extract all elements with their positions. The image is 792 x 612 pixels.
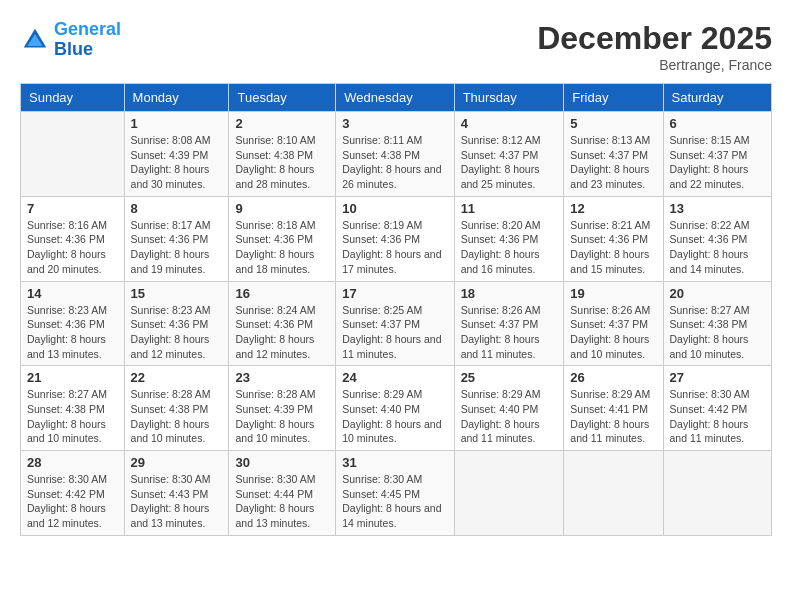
day-cell: 17Sunrise: 8:25 AMSunset: 4:37 PMDayligh…: [336, 281, 454, 366]
header-cell-friday: Friday: [564, 84, 663, 112]
day-cell: [564, 451, 663, 536]
header-cell-sunday: Sunday: [21, 84, 125, 112]
day-cell: [21, 112, 125, 197]
day-number: 1: [131, 116, 223, 131]
day-cell: 25Sunrise: 8:29 AMSunset: 4:40 PMDayligh…: [454, 366, 564, 451]
day-cell: 16Sunrise: 8:24 AMSunset: 4:36 PMDayligh…: [229, 281, 336, 366]
day-info: Sunrise: 8:29 AMSunset: 4:40 PMDaylight:…: [342, 387, 447, 446]
day-cell: 1Sunrise: 8:08 AMSunset: 4:39 PMDaylight…: [124, 112, 229, 197]
day-number: 4: [461, 116, 558, 131]
day-cell: [454, 451, 564, 536]
day-info: Sunrise: 8:28 AMSunset: 4:39 PMDaylight:…: [235, 387, 329, 446]
day-info: Sunrise: 8:16 AMSunset: 4:36 PMDaylight:…: [27, 218, 118, 277]
day-info: Sunrise: 8:25 AMSunset: 4:37 PMDaylight:…: [342, 303, 447, 362]
week-row-5: 28Sunrise: 8:30 AMSunset: 4:42 PMDayligh…: [21, 451, 772, 536]
week-row-2: 7Sunrise: 8:16 AMSunset: 4:36 PMDaylight…: [21, 196, 772, 281]
day-info: Sunrise: 8:24 AMSunset: 4:36 PMDaylight:…: [235, 303, 329, 362]
day-number: 10: [342, 201, 447, 216]
day-number: 23: [235, 370, 329, 385]
day-cell: 23Sunrise: 8:28 AMSunset: 4:39 PMDayligh…: [229, 366, 336, 451]
day-number: 27: [670, 370, 765, 385]
logo: General Blue: [20, 20, 121, 60]
day-number: 6: [670, 116, 765, 131]
day-info: Sunrise: 8:29 AMSunset: 4:41 PMDaylight:…: [570, 387, 656, 446]
day-info: Sunrise: 8:17 AMSunset: 4:36 PMDaylight:…: [131, 218, 223, 277]
logo-text: General Blue: [54, 20, 121, 60]
day-number: 19: [570, 286, 656, 301]
day-cell: 20Sunrise: 8:27 AMSunset: 4:38 PMDayligh…: [663, 281, 771, 366]
logo-line1: General: [54, 19, 121, 39]
header-cell-thursday: Thursday: [454, 84, 564, 112]
day-number: 20: [670, 286, 765, 301]
week-row-3: 14Sunrise: 8:23 AMSunset: 4:36 PMDayligh…: [21, 281, 772, 366]
logo-line2: Blue: [54, 39, 93, 59]
day-cell: 3Sunrise: 8:11 AMSunset: 4:38 PMDaylight…: [336, 112, 454, 197]
day-number: 28: [27, 455, 118, 470]
day-number: 30: [235, 455, 329, 470]
day-cell: 31Sunrise: 8:30 AMSunset: 4:45 PMDayligh…: [336, 451, 454, 536]
day-number: 9: [235, 201, 329, 216]
day-cell: 2Sunrise: 8:10 AMSunset: 4:38 PMDaylight…: [229, 112, 336, 197]
day-cell: 11Sunrise: 8:20 AMSunset: 4:36 PMDayligh…: [454, 196, 564, 281]
day-number: 5: [570, 116, 656, 131]
day-number: 12: [570, 201, 656, 216]
calendar-table: SundayMondayTuesdayWednesdayThursdayFrid…: [20, 83, 772, 536]
day-number: 24: [342, 370, 447, 385]
day-info: Sunrise: 8:10 AMSunset: 4:38 PMDaylight:…: [235, 133, 329, 192]
week-row-4: 21Sunrise: 8:27 AMSunset: 4:38 PMDayligh…: [21, 366, 772, 451]
header-row: SundayMondayTuesdayWednesdayThursdayFrid…: [21, 84, 772, 112]
week-row-1: 1Sunrise: 8:08 AMSunset: 4:39 PMDaylight…: [21, 112, 772, 197]
day-number: 14: [27, 286, 118, 301]
day-number: 22: [131, 370, 223, 385]
day-cell: 22Sunrise: 8:28 AMSunset: 4:38 PMDayligh…: [124, 366, 229, 451]
day-info: Sunrise: 8:22 AMSunset: 4:36 PMDaylight:…: [670, 218, 765, 277]
day-info: Sunrise: 8:27 AMSunset: 4:38 PMDaylight:…: [670, 303, 765, 362]
day-info: Sunrise: 8:30 AMSunset: 4:44 PMDaylight:…: [235, 472, 329, 531]
day-info: Sunrise: 8:11 AMSunset: 4:38 PMDaylight:…: [342, 133, 447, 192]
day-cell: 30Sunrise: 8:30 AMSunset: 4:44 PMDayligh…: [229, 451, 336, 536]
day-number: 29: [131, 455, 223, 470]
calendar-body: 1Sunrise: 8:08 AMSunset: 4:39 PMDaylight…: [21, 112, 772, 536]
day-cell: 18Sunrise: 8:26 AMSunset: 4:37 PMDayligh…: [454, 281, 564, 366]
day-number: 31: [342, 455, 447, 470]
day-info: Sunrise: 8:15 AMSunset: 4:37 PMDaylight:…: [670, 133, 765, 192]
day-number: 2: [235, 116, 329, 131]
day-info: Sunrise: 8:26 AMSunset: 4:37 PMDaylight:…: [570, 303, 656, 362]
day-info: Sunrise: 8:23 AMSunset: 4:36 PMDaylight:…: [27, 303, 118, 362]
day-cell: 13Sunrise: 8:22 AMSunset: 4:36 PMDayligh…: [663, 196, 771, 281]
day-number: 11: [461, 201, 558, 216]
header-cell-tuesday: Tuesday: [229, 84, 336, 112]
logo-icon: [20, 25, 50, 55]
day-cell: 21Sunrise: 8:27 AMSunset: 4:38 PMDayligh…: [21, 366, 125, 451]
day-cell: 4Sunrise: 8:12 AMSunset: 4:37 PMDaylight…: [454, 112, 564, 197]
day-cell: 6Sunrise: 8:15 AMSunset: 4:37 PMDaylight…: [663, 112, 771, 197]
day-cell: 15Sunrise: 8:23 AMSunset: 4:36 PMDayligh…: [124, 281, 229, 366]
day-cell: 12Sunrise: 8:21 AMSunset: 4:36 PMDayligh…: [564, 196, 663, 281]
day-info: Sunrise: 8:08 AMSunset: 4:39 PMDaylight:…: [131, 133, 223, 192]
day-info: Sunrise: 8:13 AMSunset: 4:37 PMDaylight:…: [570, 133, 656, 192]
day-number: 7: [27, 201, 118, 216]
day-cell: 26Sunrise: 8:29 AMSunset: 4:41 PMDayligh…: [564, 366, 663, 451]
day-cell: 19Sunrise: 8:26 AMSunset: 4:37 PMDayligh…: [564, 281, 663, 366]
day-info: Sunrise: 8:20 AMSunset: 4:36 PMDaylight:…: [461, 218, 558, 277]
day-info: Sunrise: 8:28 AMSunset: 4:38 PMDaylight:…: [131, 387, 223, 446]
day-info: Sunrise: 8:29 AMSunset: 4:40 PMDaylight:…: [461, 387, 558, 446]
day-info: Sunrise: 8:18 AMSunset: 4:36 PMDaylight:…: [235, 218, 329, 277]
day-number: 21: [27, 370, 118, 385]
day-cell: 5Sunrise: 8:13 AMSunset: 4:37 PMDaylight…: [564, 112, 663, 197]
day-cell: 7Sunrise: 8:16 AMSunset: 4:36 PMDaylight…: [21, 196, 125, 281]
day-info: Sunrise: 8:30 AMSunset: 4:42 PMDaylight:…: [670, 387, 765, 446]
title-block: December 2025 Bertrange, France: [537, 20, 772, 73]
day-number: 26: [570, 370, 656, 385]
day-cell: 28Sunrise: 8:30 AMSunset: 4:42 PMDayligh…: [21, 451, 125, 536]
day-cell: 8Sunrise: 8:17 AMSunset: 4:36 PMDaylight…: [124, 196, 229, 281]
day-info: Sunrise: 8:30 AMSunset: 4:43 PMDaylight:…: [131, 472, 223, 531]
day-info: Sunrise: 8:26 AMSunset: 4:37 PMDaylight:…: [461, 303, 558, 362]
day-number: 15: [131, 286, 223, 301]
day-cell: 9Sunrise: 8:18 AMSunset: 4:36 PMDaylight…: [229, 196, 336, 281]
day-cell: 27Sunrise: 8:30 AMSunset: 4:42 PMDayligh…: [663, 366, 771, 451]
day-cell: [663, 451, 771, 536]
day-number: 13: [670, 201, 765, 216]
day-info: Sunrise: 8:30 AMSunset: 4:42 PMDaylight:…: [27, 472, 118, 531]
day-cell: 24Sunrise: 8:29 AMSunset: 4:40 PMDayligh…: [336, 366, 454, 451]
